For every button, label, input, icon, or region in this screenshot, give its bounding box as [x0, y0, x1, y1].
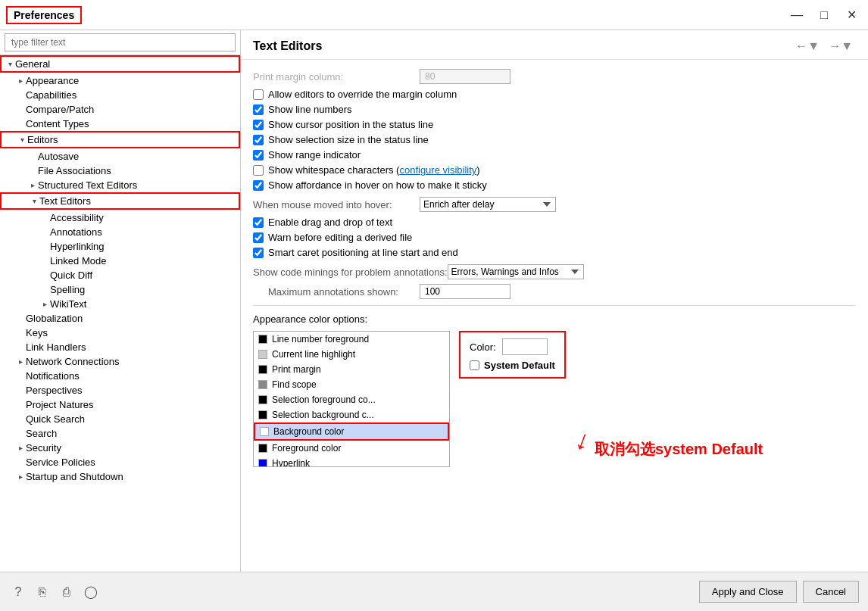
color-list[interactable]: Line number foregroundCurrent line highl…: [253, 331, 450, 467]
print-margin-input[interactable]: [420, 69, 510, 84]
color-item-line-number-fg[interactable]: Line number foreground: [254, 332, 449, 347]
checkbox-row-show-line-numbers: Show line numbers: [253, 104, 856, 115]
export-icon[interactable]: ⎙: [58, 583, 76, 601]
back-button[interactable]: ←▼: [792, 38, 823, 55]
expander-general: ▾: [5, 60, 15, 68]
tree-item-structured[interactable]: ▸Structured Text Editors: [0, 178, 240, 192]
tree-item-appearance[interactable]: ▸Appearance: [0, 73, 240, 88]
show-affordance-checkbox[interactable]: [253, 180, 264, 191]
show-cursor-pos-checkbox[interactable]: [253, 120, 264, 130]
color-swatch-hyperlink: [258, 459, 267, 467]
tree-item-network-connections[interactable]: ▸Network Connections: [0, 354, 240, 369]
tree-item-link-handlers[interactable]: Link Handlers: [0, 340, 240, 354]
tree-item-search[interactable]: Search: [0, 426, 240, 441]
close-button[interactable]: ✕: [841, 5, 862, 26]
checkbox-row-show-affordance: Show affordance in hover on how to make …: [253, 179, 856, 191]
maximize-button[interactable]: □: [813, 5, 835, 26]
tree-item-quick-search[interactable]: Quick Search: [0, 412, 240, 426]
tree-item-hyperlinking[interactable]: Hyperlinking: [0, 239, 240, 254]
color-item-find-scope[interactable]: Find scope: [254, 377, 449, 392]
color-item-current-line[interactable]: Current line highlight: [254, 347, 449, 362]
tree-item-accessibility[interactable]: Accessibility: [0, 210, 240, 225]
tree-item-project-natures[interactable]: Project Natures: [0, 397, 240, 412]
import-icon[interactable]: ⎘: [33, 583, 52, 601]
tree-label-autosave: Autosave: [38, 151, 79, 162]
tree-label-structured: Structured Text Editors: [38, 179, 137, 191]
show-cursor-pos-label: Show cursor position in the status line: [268, 119, 433, 130]
tree-item-wikitext[interactable]: ▸WikiText: [0, 297, 240, 311]
allow-override-checkbox[interactable]: [253, 89, 264, 100]
tree-item-security[interactable]: ▸Security: [0, 441, 240, 455]
print-margin-label: Print margin column:: [253, 71, 420, 83]
tree-item-compare[interactable]: Compare/Patch: [0, 102, 240, 117]
max-annotations-input[interactable]: [420, 284, 510, 299]
smart-caret-checkbox[interactable]: [253, 248, 264, 258]
tree-label-hyperlinking: Hyperlinking: [50, 241, 105, 252]
tree-item-general[interactable]: ▾General: [0, 55, 240, 73]
allow-override-label: Allow editors to override the margin col…: [268, 89, 457, 100]
color-box[interactable]: [502, 338, 548, 355]
expander-startup: ▸: [15, 472, 26, 481]
color-item-hyperlink[interactable]: Hyperlink: [254, 456, 449, 467]
tree-item-perspectives[interactable]: Perspectives: [0, 383, 240, 397]
code-minings-select[interactable]: Errors, Warnings and InfosErrors and War…: [448, 264, 584, 279]
minimize-button[interactable]: —: [786, 5, 807, 26]
mouse-moved-select[interactable]: Enrich after delayOpen immediatelyNever: [420, 197, 556, 212]
warn-label: Warn before editing a derived file: [268, 232, 412, 243]
forward-button[interactable]: →▼: [826, 38, 856, 55]
color-item-label-current-line: Current line highlight: [272, 349, 355, 360]
show-line-numbers-checkbox[interactable]: [253, 104, 264, 115]
show-line-numbers-label: Show line numbers: [268, 104, 352, 115]
color-item-selection-fg[interactable]: Selection foreground co...: [254, 392, 449, 407]
tree-item-keys[interactable]: Keys: [0, 326, 240, 340]
annotation-area: ↑ 取消勾选system Default: [575, 331, 763, 467]
show-whitespace-checkbox[interactable]: [253, 165, 264, 176]
system-default-label: System Default: [484, 360, 555, 371]
color-swatch-line-number-fg: [258, 335, 267, 344]
title-bar-left: Preferences: [6, 6, 82, 24]
tree-label-security: Security: [26, 442, 61, 454]
right-content: Print margin column: Allow editors to ov…: [241, 60, 868, 572]
tree-item-startup[interactable]: ▸Startup and Shutdown: [0, 469, 240, 484]
cancel-button[interactable]: Cancel: [803, 581, 859, 603]
tree-item-text-editors[interactable]: ▾Text Editors: [0, 192, 240, 210]
tree-item-editors[interactable]: ▾Editors: [0, 131, 240, 148]
tree-area: ▾General▸AppearanceCapabilitiesCompare/P…: [0, 55, 240, 572]
warn-checkbox[interactable]: [253, 232, 264, 243]
tree-item-annotations[interactable]: Annotations: [0, 225, 240, 239]
search-input[interactable]: [5, 33, 236, 51]
checkbox-row-show-selection-size: Show selection size in the status line: [253, 134, 856, 145]
tree-item-globalization[interactable]: Globalization: [0, 311, 240, 326]
right-panel-title: Text Editors: [253, 39, 322, 53]
color-item-selection-bg[interactable]: Selection background c...: [254, 407, 449, 422]
color-item-print-margin[interactable]: Print margin: [254, 362, 449, 377]
settings-icon[interactable]: ◯: [82, 583, 100, 601]
tree-item-file-assoc[interactable]: File Associations: [0, 164, 240, 178]
smart-caret-row: Smart caret positioning at line start an…: [253, 247, 856, 258]
system-default-checkbox[interactable]: [470, 360, 479, 370]
color-swatch-current-line: [258, 350, 267, 359]
tree-item-spelling[interactable]: Spelling: [0, 282, 240, 297]
max-annotations-row: Maximum annotations shown:: [253, 284, 856, 299]
tree-item-quick-diff[interactable]: Quick Diff: [0, 268, 240, 282]
show-selection-size-checkbox[interactable]: [253, 135, 264, 145]
tree-item-service-policies[interactable]: Service Policies: [0, 455, 240, 469]
color-item-bg-color[interactable]: Background color: [254, 422, 449, 441]
help-icon[interactable]: ?: [9, 583, 27, 601]
tree-item-notifications[interactable]: Notifications: [0, 369, 240, 383]
color-item-label-selection-bg: Selection background c...: [272, 410, 374, 420]
tree-item-capabilities[interactable]: Capabilities: [0, 88, 240, 102]
configure-visibility-link[interactable]: configure visibility: [399, 164, 476, 176]
tree-label-search: Search: [26, 428, 57, 439]
apply-close-button[interactable]: Apply and Close: [699, 581, 797, 603]
show-range-indicator-checkbox[interactable]: [253, 150, 264, 161]
tree-item-linked-mode[interactable]: Linked Mode: [0, 254, 240, 268]
main-container: ▾General▸AppearanceCapabilitiesCompare/P…: [0, 30, 868, 572]
tree-item-autosave[interactable]: Autosave: [0, 149, 240, 164]
title-bar: Preferences — □ ✕: [0, 0, 868, 30]
code-minings-row: Show code minings for problem annotation…: [253, 264, 856, 279]
color-item-fg-color[interactable]: Foreground color: [254, 441, 449, 456]
drag-drop-checkbox[interactable]: [253, 217, 264, 228]
tree-item-content-types[interactable]: Content Types: [0, 117, 240, 131]
color-swatch-bg-color: [260, 427, 269, 436]
